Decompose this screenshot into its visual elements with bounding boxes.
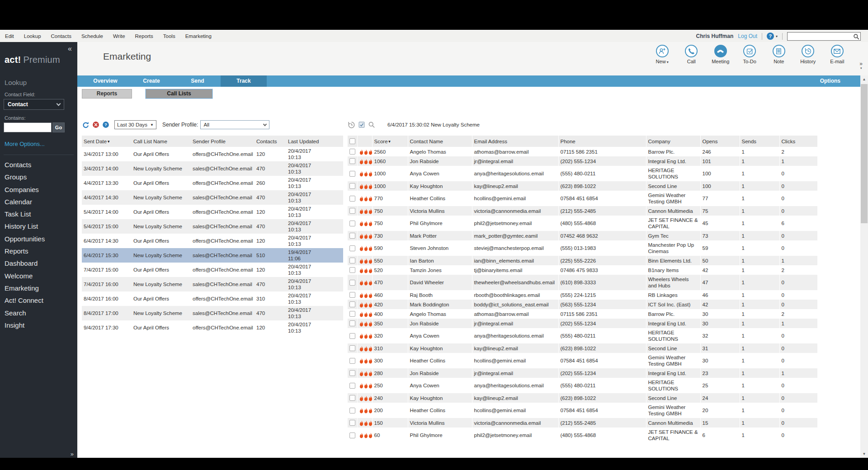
col-last-updated[interactable]: Last Updated	[286, 136, 343, 147]
contact-row[interactable]: 730Mark Pottermark_potter@gymtec.eamil07…	[348, 231, 817, 240]
sidebar-item-calendar[interactable]: Calendar	[0, 196, 77, 208]
call-list-row[interactable]: 3/4/2017 14:00New Loyalty Schemesales@CH…	[82, 161, 343, 176]
more-options-link[interactable]: More Options...	[5, 141, 77, 147]
row-checkbox[interactable]	[349, 183, 355, 189]
row-checkbox[interactable]	[349, 320, 355, 326]
contact-row[interactable]: 750Victoria Mullinsvictoria@cannonmedia.…	[348, 206, 817, 216]
meeting-button[interactable]: Meeting	[706, 45, 736, 64]
row-checkbox[interactable]	[349, 258, 355, 263]
actions-overflow-icon[interactable]: »▾	[859, 62, 863, 70]
contact-row[interactable]: 470David Wheelerthewheeler@wheelsandhubs…	[348, 275, 817, 290]
row-checkbox[interactable]	[349, 333, 355, 339]
col-sent-date[interactable]: Sent Date▼	[82, 136, 132, 147]
contact-row[interactable]: 1000Anya Cowenanya@heritagesolutions.ema…	[348, 166, 817, 181]
sidebar-expander-icon[interactable]: »	[71, 451, 74, 457]
menu-lookup[interactable]: Lookup	[19, 30, 46, 42]
col-call-list-name[interactable]: Call List Name	[132, 136, 191, 147]
to-do-button[interactable]: To-Do	[735, 45, 764, 64]
col-email-address[interactable]: Email Address	[472, 136, 558, 147]
call-list-row[interactable]: 5/4/2017 15:00New Loyalty Schemesales@CH…	[82, 219, 343, 234]
sidebar-item-welcome[interactable]: Welcome	[0, 270, 77, 282]
delete-icon[interactable]	[92, 121, 99, 128]
contact-row[interactable]: 1000Kay Houghtonkay@lineup2.email(623) 8…	[348, 181, 817, 191]
call-list-row[interactable]: 6/4/2017 14:30Our April Offersoffers@CHT…	[82, 234, 343, 248]
row-checkbox[interactable]	[349, 311, 355, 317]
call-list-row[interactable]: 8/4/2017 17:00New Loyalty Schemesales@CH…	[82, 306, 343, 320]
history-icon[interactable]	[348, 121, 355, 129]
contact-row[interactable]: 1060Jon Rabsidejr@integral.email(202) 55…	[348, 156, 817, 166]
date-range-select[interactable]: Last 30 Days ▼	[114, 120, 156, 129]
sidebar-item-task-list[interactable]: Task List	[0, 208, 77, 220]
contact-row[interactable]: 770Heather Collinshcollins@gemini.email0…	[348, 191, 817, 206]
contact-row[interactable]: 280Jon Rabsidejr@integral.email(202) 555…	[348, 368, 817, 378]
row-checkbox[interactable]	[349, 395, 355, 401]
row-checkbox[interactable]	[349, 345, 355, 351]
sidebar-item-emarketing[interactable]: Emarketing	[0, 282, 77, 294]
col-company[interactable]: Company	[646, 136, 700, 147]
new-button[interactable]: New ▾	[648, 45, 677, 64]
row-checkbox[interactable]	[349, 420, 355, 426]
contact-row[interactable]: 350Jon Rabsidejr@integral.email(202) 555…	[348, 319, 817, 328]
call-list-row[interactable]: 7/4/2017 16:00New Loyalty Schemesales@CH…	[82, 277, 343, 291]
contact-row[interactable]: 240Kay Houghtonkay@lineup2.email(623) 89…	[348, 393, 817, 403]
row-checkbox[interactable]	[349, 280, 355, 286]
search-icon[interactable]	[368, 121, 375, 128]
contact-row[interactable]: 520Tamzin Jonestj@binaryitems.email07486…	[348, 265, 817, 275]
call-list-row[interactable]: 4/4/2017 14:30New Loyalty Schemesales@CH…	[82, 190, 343, 205]
sidebar-item-groups[interactable]: Groups	[0, 171, 77, 183]
sender-profile-select[interactable]: All	[200, 120, 269, 129]
menu-edit[interactable]: Edit	[0, 30, 19, 42]
row-checkbox[interactable]	[349, 432, 355, 438]
call-list-row[interactable]: 4/4/2017 13:30Our April Offersoffers@CHT…	[82, 176, 343, 190]
call-list-row[interactable]: 5/4/2017 14:00Our April Offersoffers@CHT…	[82, 205, 343, 219]
row-checkbox[interactable]	[349, 171, 355, 177]
row-checkbox[interactable]	[349, 245, 355, 251]
row-checkbox[interactable]	[349, 370, 355, 376]
subtab-reports[interactable]: Reports	[82, 89, 132, 99]
scroll-down-icon[interactable]: ▼	[860, 450, 868, 458]
row-checkbox[interactable]	[349, 149, 355, 155]
sidebar-item-insight[interactable]: Insight	[0, 319, 77, 331]
contains-input[interactable]	[4, 122, 52, 132]
global-search-input[interactable]	[788, 33, 860, 40]
tab-create[interactable]: Create	[128, 75, 175, 87]
row-checkbox[interactable]	[349, 208, 355, 214]
contact-row[interactable]: 320Anya Cowenanya@heritagesolutions.emai…	[348, 328, 817, 343]
col-sender-profile[interactable]: Sender Profile	[191, 136, 255, 147]
menu-contacts[interactable]: Contacts	[46, 30, 76, 42]
contact-row[interactable]: 590Steven Johnstonsteviej@manchesterpop.…	[348, 240, 817, 256]
go-button[interactable]: Go	[52, 122, 65, 132]
row-checkbox[interactable]	[349, 358, 355, 364]
contact-row[interactable]: 200Heather Collinshcollins@gemini.email0…	[348, 403, 817, 418]
col-opens[interactable]: Opens	[700, 136, 740, 147]
menu-reports[interactable]: Reports	[130, 30, 158, 42]
contact-row[interactable]: 310Kay Houghtonkay@lineup2.email(623) 89…	[348, 343, 817, 353]
menu-emarketing[interactable]: Emarketing	[180, 30, 217, 42]
call-list-row[interactable]: 9/4/2017 17:30Our April Offersoffers@CHT…	[82, 320, 343, 335]
sidebar-item-companies[interactable]: Companies	[0, 183, 77, 196]
select-all-icon[interactable]	[358, 121, 365, 128]
contact-field-select[interactable]: Contact	[4, 99, 64, 110]
subtab-call-lists[interactable]: Call Lists	[146, 89, 212, 99]
contact-row[interactable]: 750Phil Ghylmorephil2@jetsetmoney.email(…	[348, 216, 817, 231]
sidebar-item-act-connect[interactable]: Act! Connect	[0, 294, 77, 306]
sidebar-item-reports[interactable]: Reports	[0, 245, 77, 257]
e-mail-button[interactable]: E-mail	[823, 45, 852, 64]
call-list-row[interactable]: 8/4/2017 16:00Our April Offersoffers@CHT…	[82, 291, 343, 306]
col-contacts[interactable]: Contacts	[255, 136, 286, 147]
menu-tools[interactable]: Tools	[158, 30, 180, 42]
menu-write[interactable]: Write	[108, 30, 130, 42]
row-checkbox[interactable]	[349, 221, 355, 226]
sidebar-item-contacts[interactable]: Contacts	[0, 159, 77, 171]
call-list-row[interactable]: 3/4/2017 13:00Our April Offersoffers@CHT…	[82, 147, 343, 161]
contact-row[interactable]: 400Angelo Thomasathomas@barrow.email0711…	[348, 309, 817, 319]
tab-overview[interactable]: Overview	[82, 75, 128, 87]
contact-row[interactable]: 460Raj Boothrbooth@boothlinkages.email(5…	[348, 290, 817, 300]
col-score[interactable]: Score▼	[372, 136, 408, 147]
call-list-row[interactable]: 7/4/2017 15:00Our April Offersoffers@CHT…	[82, 263, 343, 277]
row-checkbox[interactable]	[349, 267, 355, 273]
contact-row[interactable]: 60Phil Ghylmorephil2@jetsetmoney.email(4…	[348, 428, 817, 443]
contact-row[interactable]: 420Mark Boddingtonboddy@ict_solutions_ea…	[348, 300, 817, 309]
sidebar-item-dashboard[interactable]: Dashboard	[0, 257, 77, 269]
col-phone[interactable]: Phone	[558, 136, 646, 147]
